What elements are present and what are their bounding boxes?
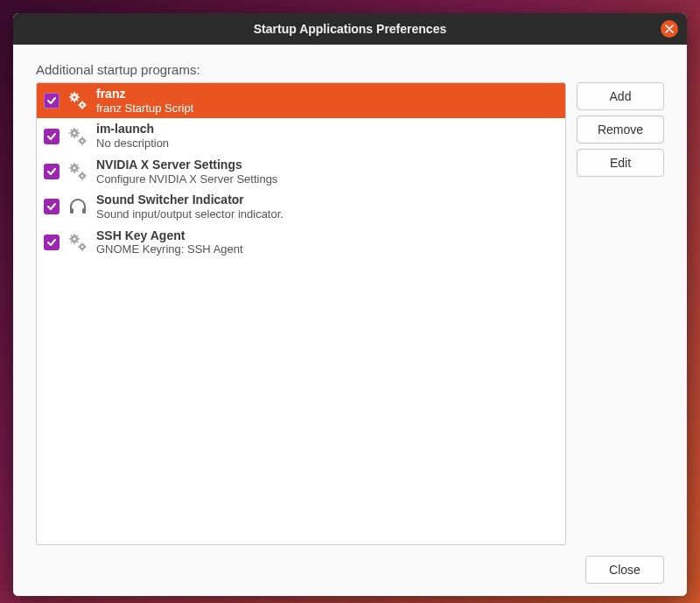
svg-rect-44 [81,172,83,173]
item-text: NVIDIA X Server SettingsConfigure NVIDIA… [96,158,277,186]
button-column: Add Remove Edit [577,82,664,545]
check-icon [46,131,57,142]
svg-rect-46 [78,175,80,177]
svg-rect-52 [74,234,75,235]
enable-checkbox[interactable] [44,164,60,179]
check-icon [46,201,57,212]
content-area: Additional startup programs: franzfranz … [13,45,687,596]
section-label: Additional startup programs: [36,62,664,77]
item-text: franzfranz Startup Script [96,87,193,115]
svg-rect-49 [82,208,86,214]
svg-rect-13 [81,108,83,109]
gears-icon [66,231,89,254]
list-item[interactable]: im-launchNo description [37,118,565,153]
gears-icon [66,125,89,148]
item-name: im-launch [96,122,169,137]
svg-rect-65 [85,246,87,248]
list-item[interactable]: Sound Switcher IndicatorSound input/outp… [37,189,565,224]
svg-rect-31 [85,140,87,142]
svg-rect-45 [81,179,83,180]
svg-point-43 [81,175,83,177]
svg-rect-34 [74,163,75,165]
startup-programs-list[interactable]: franzfranz Startup Script im-launchNo de… [36,82,566,545]
svg-rect-30 [78,140,80,142]
svg-point-61 [81,246,83,248]
svg-rect-63 [81,249,83,251]
svg-rect-47 [85,175,87,177]
svg-rect-14 [78,104,80,106]
svg-rect-15 [85,104,87,106]
item-name: Sound Switcher Indicator [96,193,284,207]
svg-rect-37 [78,167,80,169]
remove-button[interactable]: Remove [577,116,664,144]
item-name: NVIDIA X Server Settings [96,158,277,172]
headphones-icon [66,195,89,218]
svg-rect-35 [74,172,75,173]
enable-checkbox[interactable] [44,93,60,109]
enable-checkbox[interactable] [44,199,60,214]
enable-checkbox[interactable] [44,129,60,144]
svg-rect-48 [70,208,74,214]
svg-point-27 [81,139,83,141]
svg-rect-28 [81,137,83,138]
item-description: franz Startup Script [96,102,193,116]
gears-icon [66,160,89,183]
svg-rect-55 [78,238,80,240]
enable-checkbox[interactable] [44,235,60,250]
svg-rect-19 [74,136,75,137]
close-button[interactable]: Close [585,556,664,584]
main-row: franzfranz Startup Script im-launchNo de… [36,82,664,545]
gears-icon [66,89,89,112]
check-icon [46,166,57,177]
titlebar: Startup Applications Preferences [13,13,687,45]
check-icon [46,95,57,106]
svg-rect-12 [81,101,83,102]
svg-rect-21 [78,132,80,134]
svg-rect-5 [78,96,80,98]
svg-rect-4 [69,96,71,98]
add-button[interactable]: Add [577,82,664,110]
edit-button[interactable]: Edit [577,149,664,177]
item-text: im-launchNo description [96,122,169,150]
svg-point-51 [73,237,75,240]
item-name: franz [96,87,193,102]
svg-rect-64 [78,246,80,248]
list-item[interactable]: SSH Key AgentGNOME Keyring: SSH Agent [37,225,565,260]
item-text: Sound Switcher IndicatorSound input/outp… [96,193,284,221]
close-icon [665,25,674,33]
preferences-window: Startup Applications Preferences Additio… [13,13,687,596]
footer: Close [36,545,664,584]
svg-rect-2 [74,92,75,94]
svg-point-17 [73,131,75,134]
svg-rect-18 [74,128,75,130]
item-name: SSH Key Agent [96,228,243,243]
item-description: Sound input/output selector indicator. [96,207,284,221]
svg-rect-54 [69,238,71,240]
svg-rect-53 [74,242,75,244]
check-icon [46,237,57,248]
item-description: GNOME Keyring: SSH Agent [96,242,243,256]
svg-point-1 [73,96,75,99]
list-item[interactable]: franzfranz Startup Script [37,83,565,118]
svg-rect-3 [74,101,75,102]
item-text: SSH Key AgentGNOME Keyring: SSH Agent [96,228,243,256]
svg-rect-20 [69,132,71,134]
list-item[interactable]: NVIDIA X Server SettingsConfigure NVIDIA… [37,154,565,189]
svg-rect-36 [69,167,71,169]
item-description: No description [96,137,169,151]
svg-rect-29 [81,143,83,144]
item-description: Configure NVIDIA X Server Settings [96,172,277,186]
window-title: Startup Applications Preferences [254,22,446,36]
svg-point-11 [81,104,83,106]
window-close-button[interactable] [661,20,678,38]
svg-point-33 [73,166,75,169]
svg-rect-62 [81,242,83,244]
